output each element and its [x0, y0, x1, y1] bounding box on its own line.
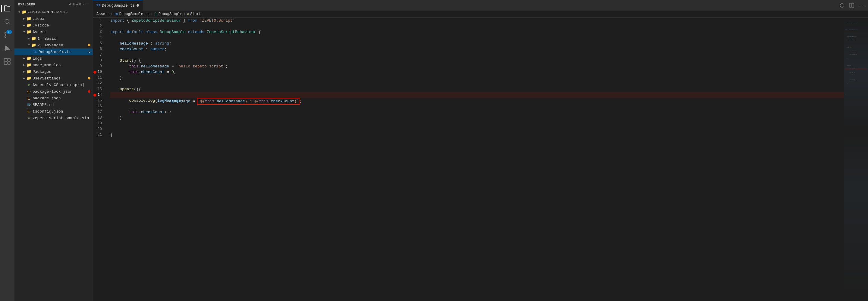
code-line-8: Start() { — [110, 58, 844, 64]
code-line-4 — [110, 35, 844, 41]
tab-ts-icon: TS — [96, 4, 100, 7]
logs-icon: 📁 — [27, 56, 31, 61]
tsconfig-icon: {} — [27, 109, 31, 114]
ln-17: 17 — [93, 109, 104, 115]
sidebar-header-actions: ⊕ ⊞ ↺ ⊟ ··· — [69, 2, 89, 6]
assembly-arrow — [22, 82, 27, 87]
code-line-20 — [110, 126, 844, 132]
svg-rect-11 — [852, 3, 854, 7]
breadcrumb-sep-3: › — [184, 12, 186, 16]
breadcrumb-ts-icon: TS — [114, 12, 118, 16]
search-icon[interactable] — [1, 15, 13, 28]
tsconfig-label: tsconfig.json — [33, 109, 93, 114]
minimap: import { ZepetoScript export default cla… — [844, 18, 868, 301]
more-editor-actions-icon[interactable]: ··· — [857, 1, 866, 10]
advanced-arrow: ▼ — [27, 43, 31, 47]
sidebar-item-readme[interactable]: MD README.md — [14, 101, 93, 108]
assets-arrow: ▼ — [22, 30, 27, 34]
breakpoint-dot-10 — [93, 71, 96, 74]
sidebar-item-assets[interactable]: ▼ 📁 Assets — [14, 29, 93, 35]
extensions-icon[interactable] — [1, 55, 13, 67]
logs-label: Logs — [33, 56, 93, 61]
readme-arrow — [22, 102, 27, 107]
collapse-icon[interactable]: ⊟ — [79, 2, 82, 6]
sidebar-title: EXPLORER — [18, 3, 35, 6]
packagelock-arrow — [22, 89, 27, 94]
explorer-icon[interactable] — [1, 2, 13, 14]
sln-icon: ≡ — [27, 115, 31, 121]
ln-20: 20 — [93, 126, 104, 132]
vscode-arrow: ▶ — [22, 23, 27, 28]
code-line-9: this.helloMessage = `hello zepeto script… — [110, 64, 844, 69]
usersettings-label: UserSettings — [33, 76, 88, 81]
tab-name: DebugSample.ts — [102, 3, 135, 8]
sidebar-item-root[interactable]: ▼ 📁 ZEPETO-SCRIPT-SAMPLE — [14, 9, 93, 15]
ln-4: 4 — [93, 35, 104, 41]
ln-9: 9 — [93, 64, 104, 69]
breadcrumb-method[interactable]: Start — [190, 12, 201, 16]
new-file-icon[interactable]: ⊕ — [69, 2, 71, 6]
sidebar-item-sln[interactable]: ≡ zepeto-script-sample.sln — [14, 115, 93, 121]
breadcrumb-filename[interactable]: DebugSample.ts — [119, 12, 150, 16]
code-line-1: import { ZepetoScriptBehaviour } from 'Z… — [110, 18, 844, 24]
sidebar-item-packages[interactable]: ▶ 📁 Packages — [14, 68, 93, 75]
editor-content: 1 2 3 4 5 6 7 8 9 10 11 12 13 — [93, 18, 844, 301]
sidebar-item-tsconfig[interactable]: {} tsconfig.json — [14, 108, 93, 115]
sidebar-item-advanced[interactable]: ▼ 📁 2. Advanced — [14, 42, 93, 48]
advanced-badge — [88, 44, 90, 46]
ln-21: 21 — [93, 132, 104, 138]
sidebar-item-package[interactable]: {} package.json — [14, 95, 93, 101]
sidebar-item-assembly[interactable]: ⚙ Assembly-CSharp.csproj — [14, 81, 93, 88]
node-modules-arrow: ▶ — [22, 63, 27, 67]
breadcrumb-sep-1: › — [111, 12, 113, 16]
vscode-label: .vscode — [33, 23, 93, 28]
sidebar-item-idea[interactable]: ▶ 📁 .idea — [14, 15, 93, 22]
breadcrumb-classname[interactable]: DebugSample — [158, 12, 182, 16]
editor[interactable]: 1 2 3 4 5 6 7 8 9 10 11 12 13 — [93, 18, 844, 301]
refresh-icon[interactable]: ↺ — [76, 2, 78, 6]
usersettings-icon: 📁 — [27, 76, 31, 81]
code-line-21: } — [110, 132, 844, 138]
split-editor-icon[interactable] — [847, 1, 856, 10]
idea-label: .idea — [33, 16, 93, 21]
sidebar-content: ▼ 📁 ZEPETO-SCRIPT-SAMPLE ▶ 📁 .idea ▶ 📁 .… — [14, 9, 93, 301]
packages-arrow: ▶ — [22, 69, 27, 74]
packages-label: Packages — [33, 70, 93, 74]
root-folder-icon: 📁 — [22, 10, 27, 14]
sidebar-item-usersettings[interactable]: ▶ 📁 UserSettings — [14, 75, 93, 81]
code-line-18: } — [110, 115, 844, 121]
new-folder-icon[interactable]: ⊞ — [73, 2, 75, 6]
sidebar-item-basic[interactable]: ▶ 📁 1. Basic — [14, 35, 93, 42]
basic-icon: 📁 — [31, 36, 36, 41]
ln-1: 1 — [93, 18, 104, 24]
breadcrumb-assets[interactable]: Assets — [96, 12, 110, 16]
svg-rect-7 — [7, 58, 10, 61]
svg-rect-8 — [4, 62, 7, 64]
node-modules-icon: 📁 — [27, 63, 31, 67]
ln-8: 8 — [93, 58, 104, 64]
sidebar-item-node-modules[interactable]: ▶ 📁 node_modules — [14, 62, 93, 68]
sidebar-item-vscode[interactable]: ▶ 📁 .vscode — [14, 22, 93, 29]
code-line-16 — [110, 104, 844, 109]
idea-icon: 📁 — [27, 16, 31, 21]
ln-5: 5 — [93, 41, 104, 46]
source-control-icon[interactable]: 27 — [1, 29, 13, 41]
sidebar-item-packagelock[interactable]: {} package-lock.json — [14, 88, 93, 95]
assets-label: Assets — [33, 30, 93, 34]
tab-debugsample[interactable]: TS DebugSample.ts — [93, 0, 143, 10]
code-line-12 — [110, 81, 844, 87]
ln-10: 10 — [93, 69, 104, 75]
sidebar-item-logs[interactable]: ▶ 📁 Logs — [14, 55, 93, 62]
code-line-13: Update(){ — [110, 87, 844, 92]
svg-point-0 — [5, 19, 9, 24]
more-actions-icon[interactable]: ··· — [83, 2, 89, 6]
ln-12: 12 — [93, 81, 104, 87]
code-line-14: let logMessage = `${this.helloMessage} :… — [110, 92, 844, 98]
toggle-remote-icon[interactable] — [838, 1, 846, 10]
sidebar-item-debugsample[interactable]: TS DebugSample.ts U — [14, 48, 93, 55]
debugsample-label: DebugSample.ts — [38, 50, 88, 54]
code-line-11: } — [110, 75, 844, 81]
debug-run-icon[interactable] — [1, 42, 13, 54]
code-line-15: console.log(logMessage); — [110, 98, 844, 104]
package-label: package.json — [33, 96, 93, 101]
